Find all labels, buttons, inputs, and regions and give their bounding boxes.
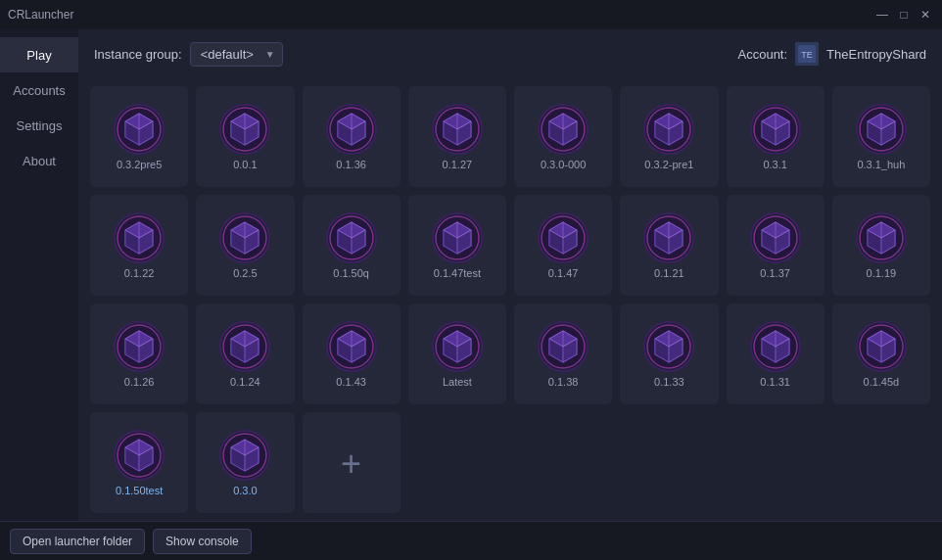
instance-icon — [114, 321, 165, 376]
instance-icon — [114, 104, 165, 159]
instance-label: 0.1.27 — [443, 159, 473, 171]
instance-label: 0.3.0-000 — [541, 159, 586, 171]
close-button[interactable]: ✕ — [917, 6, 934, 23]
instance-label: 0.3.1 — [763, 159, 786, 171]
instance-card[interactable]: 0.3.2-pre1 — [620, 86, 718, 187]
instance-label: 0.1.45d — [864, 376, 900, 389]
bottombar: Open launcher folder Show console — [0, 521, 942, 560]
account-name: TheEntropyShard — [826, 47, 926, 62]
instance-label: 0.3.2pre5 — [117, 159, 162, 171]
instance-card[interactable]: 0.1.33 — [620, 303, 718, 404]
instance-label: 0.1.47test — [434, 267, 481, 280]
instance-label: Latest — [443, 376, 472, 389]
instance-icon — [114, 212, 165, 267]
instance-icon — [326, 321, 377, 376]
instance-icon — [538, 321, 589, 376]
instance-icon — [114, 430, 165, 485]
instance-card[interactable]: 0.3.1 — [727, 86, 824, 187]
show-console-button[interactable]: Show console — [153, 529, 252, 554]
instance-label: 0.3.1_huh — [857, 159, 905, 171]
main-layout: Play Accounts Settings About Instance gr… — [0, 29, 942, 521]
instance-card[interactable]: 0.1.21 — [620, 195, 718, 296]
maximize-button[interactable]: □ — [895, 6, 913, 23]
instance-group-label: Instance group: — [94, 47, 182, 62]
minimize-button[interactable]: — — [873, 6, 891, 23]
instance-group-control: Instance group: <default> ▼ — [94, 42, 283, 67]
instance-label: 0.1.22 — [124, 267, 155, 280]
instance-icon — [643, 212, 694, 267]
content-area: Instance group: <default> ▼ Account: TE — [78, 29, 942, 521]
instance-icon — [643, 104, 694, 159]
add-icon: + — [341, 446, 361, 482]
instance-icon — [856, 104, 907, 159]
sidebar-item-accounts[interactable]: Accounts — [0, 72, 78, 108]
instance-card[interactable]: 0.1.47 — [514, 195, 612, 296]
instance-card[interactable]: 0.1.36 — [303, 86, 400, 187]
instance-card[interactable]: 0.1.43 — [303, 303, 400, 404]
instance-icon — [643, 321, 694, 376]
sidebar: Play Accounts Settings About — [0, 29, 78, 521]
instance-card[interactable]: 0.2.5 — [196, 195, 294, 296]
instance-icon — [856, 321, 907, 376]
instance-card[interactable]: Latest — [408, 303, 506, 404]
instance-card[interactable]: 0.1.38 — [514, 303, 612, 404]
instance-label: 0.1.19 — [867, 267, 897, 280]
sidebar-item-settings[interactable]: Settings — [0, 108, 78, 143]
instance-card[interactable]: 0.1.47test — [408, 195, 506, 296]
instance-card[interactable]: 0.0.1 — [196, 86, 294, 187]
instance-icon — [856, 212, 907, 267]
window-controls: — □ ✕ — [873, 6, 934, 23]
instance-icon — [750, 321, 801, 376]
instance-card[interactable]: 0.1.31 — [727, 303, 824, 404]
add-instance-button[interactable]: + — [303, 412, 400, 513]
instance-label: 0.1.50q — [333, 267, 369, 280]
instance-label: 0.1.50test — [116, 485, 163, 497]
instance-card[interactable]: 0.3.0 — [196, 412, 294, 513]
instance-card[interactable]: 0.1.50q — [303, 195, 400, 296]
instance-label: 0.1.47 — [548, 267, 579, 280]
instance-card[interactable]: 0.3.2pre5 — [90, 86, 188, 187]
instance-icon — [326, 212, 377, 267]
instance-card[interactable]: 0.1.26 — [90, 303, 188, 404]
instance-card[interactable]: 0.1.45d — [832, 303, 930, 404]
instance-label: 0.1.33 — [654, 376, 684, 389]
instance-icon — [219, 321, 270, 376]
open-launcher-folder-button[interactable]: Open launcher folder — [10, 529, 145, 554]
instance-icon — [219, 104, 270, 159]
instance-card[interactable]: 0.3.1_huh — [832, 86, 930, 187]
instance-label: 0.0.1 — [233, 159, 257, 171]
instance-icon — [432, 104, 483, 159]
svg-text:TE: TE — [801, 50, 813, 60]
instance-icon — [750, 212, 801, 267]
instance-label: 0.1.36 — [336, 159, 366, 171]
account-info: Account: TE TheEntropyShard — [738, 42, 927, 66]
sidebar-item-play[interactable]: Play — [0, 37, 78, 72]
instance-card[interactable]: 0.1.24 — [196, 303, 294, 404]
instance-label: 0.1.37 — [760, 267, 790, 280]
instance-card[interactable]: 0.1.22 — [90, 195, 188, 296]
account-label: Account: — [738, 47, 788, 62]
instance-label: 0.1.26 — [124, 376, 155, 389]
instance-label: 0.1.31 — [760, 376, 790, 389]
instance-icon — [750, 104, 801, 159]
instance-icon — [219, 212, 270, 267]
instance-icon — [219, 430, 270, 485]
instance-card[interactable]: 0.1.19 — [832, 195, 930, 296]
instance-card[interactable]: 0.1.27 — [408, 86, 506, 187]
instance-icon — [538, 212, 589, 267]
instance-card[interactable]: 0.1.37 — [727, 195, 824, 296]
instance-icon — [326, 104, 377, 159]
instance-label: 0.1.21 — [654, 267, 684, 280]
instance-label: 0.2.5 — [233, 267, 257, 280]
instance-card[interactable]: 0.3.0-000 — [514, 86, 612, 187]
instance-icon — [538, 104, 589, 159]
instance-card[interactable]: 0.1.50test — [90, 412, 188, 513]
app-title: CRLauncher — [8, 8, 73, 22]
sidebar-item-about[interactable]: About — [0, 143, 78, 178]
topbar: Instance group: <default> ▼ Account: TE — [78, 29, 942, 78]
instance-label: 0.3.0 — [233, 485, 257, 497]
dropdown-wrapper: <default> ▼ — [190, 42, 283, 67]
instance-icon — [432, 321, 483, 376]
titlebar: CRLauncher — □ ✕ — [0, 0, 942, 29]
instance-group-dropdown[interactable]: <default> — [190, 42, 283, 67]
